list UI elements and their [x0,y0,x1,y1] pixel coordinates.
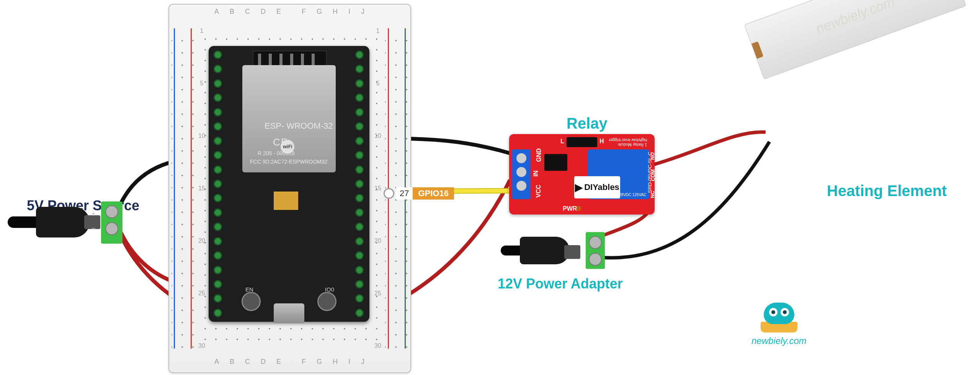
breadboard-left-power-holes [172,29,194,348]
esp32-cert-line1: R 205 - 000519 [258,150,295,156]
pin-number: 27 [396,187,413,200]
relay-com-label: COM [650,169,655,181]
owl-icon [760,303,798,333]
wire-relay-no-to-heater [653,132,766,165]
relay-pwr-led-label: PWR [563,205,577,212]
screw-icon [516,181,526,191]
esp32-metal-shield: WiFi ESP- WROOM-32 CE R 205 - 000519 FCC… [242,65,336,172]
screw-icon [516,167,526,177]
esp32-capacitor-icon [274,192,298,210]
esp32-io0-label: IO0 [325,286,334,293]
wiring-diagram: https:// newbiely.com A B C D E F G H I … [0,0,980,375]
screw-terminal-5v [101,201,122,244]
newbiely-logo: newbiely.com [748,303,810,346]
heating-element: newbiely.com [744,0,966,79]
relay-in-label: IN [532,170,539,177]
esp32-board: C WiFi ESP- WROOM-32 CE R 205 - 000519 F… [209,46,369,322]
relay-optocoupler-icon [544,154,567,171]
esp32-pin-header-right [352,50,368,318]
minus-icon: − [91,224,96,233]
label-heating-element: Heating Element [827,182,947,200]
esp32-ce-mark: CE [273,136,288,148]
diyables-logo: ▶ DIYables [574,176,620,198]
relay-pwr-led-icon [577,206,581,211]
esp32-pin-header-left [210,50,226,318]
relay-module-text: 1 Relay Module high/low level trigger [609,138,647,147]
esp32-io0-button [317,292,336,311]
barrel-plug-icon [36,207,90,237]
dc-barrel-5v [8,207,90,237]
barrel-cable-icon [8,216,38,228]
relay-jumper-h: H [599,138,604,145]
pin-name: GPIO16 [413,187,454,200]
pin-dot-icon [384,188,394,199]
relay-nc-label: NC [650,191,655,198]
relay-trigger-jumper [567,137,597,147]
logo-text: newbiely.com [748,336,810,346]
heater-lead-pad-icon [744,41,763,62]
relay-vcc-label: VCC [535,185,542,198]
esp32-cert-line2: FCC 9D:2AC72-ESPWROOM32 [250,159,327,165]
label-12v-adapter: 12V Power Adapter [498,276,623,292]
relay-jumper-l: L [560,138,564,145]
gpio-pin-callout: 27 GPIO16 [384,186,454,201]
relay-no-label: NO [650,152,655,160]
barrel-5v-polarity: + − [87,210,100,233]
breadboard-col-labels-top: A B C D E F G H I J [169,8,410,19]
screw-icon [105,222,118,235]
plus-icon: + [91,210,96,219]
esp32-en-button [242,292,261,311]
esp32-en-label: EN [245,286,253,293]
screw-icon [105,205,118,218]
barrel-plug-icon [520,237,570,264]
esp32-model-text: ESP- WROOM-32 [265,121,333,131]
screw-terminal-12v [586,232,605,269]
relay-gnd-label: GND [536,148,542,162]
barrel-cable-icon [501,246,522,255]
esp32-micro-usb [274,303,304,323]
breadboard-col-labels-bottom: A B C D E F G H I J [169,358,410,369]
relay-input-terminal [512,149,531,199]
label-relay: Relay [567,115,608,132]
breadboard-row-numbers-right: 1 5 10 15 20 25 30 [372,28,384,349]
screw-icon [589,253,602,266]
breadboard-row-numbers-left: 1 5 10 15 20 25 30 [196,28,207,349]
heater-watermark: newbiely.com [814,0,897,37]
relay-module: GND IN VCC L H SRD-05VDC-SL-C 10A 30VDC … [509,134,655,215]
screw-icon [589,236,602,249]
dc-barrel-12v [501,232,589,269]
screw-icon [516,153,526,163]
